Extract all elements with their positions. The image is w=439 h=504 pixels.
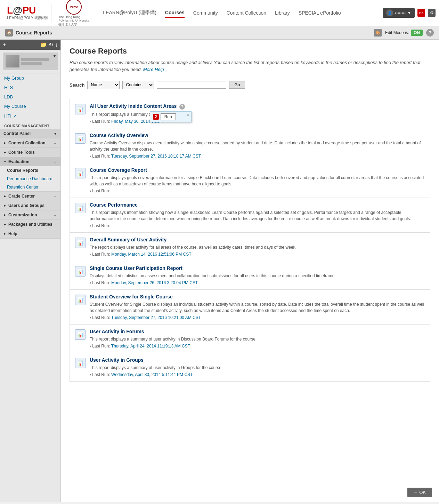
- sidebar-content-collection-expand: →: [54, 141, 57, 145]
- report-title-7[interactable]: User Activity in Forums: [90, 329, 425, 334]
- sidebar-grade-center-expand: →: [54, 194, 57, 198]
- report-desc-8: This report displays a summary of user a…: [90, 365, 425, 371]
- popup-close-icon[interactable]: ✕: [186, 112, 190, 117]
- edit-mode-value[interactable]: ON: [411, 30, 423, 36]
- logo-pu: PU: [22, 5, 36, 16]
- sidebar-item-course-reports[interactable]: Course Reports: [0, 166, 60, 175]
- sidebar-users-groups-header[interactable]: ► Users and Groups: [0, 201, 60, 210]
- report-title-8[interactable]: User Activity in Groups: [90, 357, 425, 363]
- breadcrumb-bar: 🏠 Course Reports 🎨 Edit Mode is: ON ?: [0, 26, 439, 40]
- report-last-run-6: › Last Run: Tuesday, September 27, 2016 …: [90, 315, 425, 320]
- sidebar-content-collection-label: Content Collection: [8, 141, 46, 145]
- report-title-6[interactable]: Student Overview for Single Course: [90, 294, 425, 299]
- breadcrumb-left: 🏠 Course Reports: [5, 29, 52, 37]
- sidebar-course-box: ▼: [3, 53, 58, 70]
- sidebar-packages-expand: →: [54, 223, 57, 226]
- sidebar-hti-link: HTI ↗: [0, 111, 60, 121]
- home-icon[interactable]: 🏠: [5, 29, 13, 37]
- edit-mode-label: Edit Mode is:: [385, 30, 409, 35]
- report-title-3[interactable]: Course Performance: [90, 202, 425, 208]
- report-title-4[interactable]: Overall Summary of User Activity: [90, 237, 425, 242]
- logo-sub: LEARN@POLYU理學網: [7, 15, 48, 21]
- ok-button[interactable]: ← OK: [407, 488, 432, 497]
- sidebar-course-tools-section: ► Course Tools →: [0, 148, 60, 157]
- run-button[interactable]: Run: [161, 113, 176, 120]
- course-info-line2: [21, 62, 42, 65]
- user-dropdown-icon[interactable]: ▼: [407, 11, 411, 15]
- sidebar-course-management-label: COURSE MANAGEMENT: [0, 121, 60, 129]
- sidebar-control-panel-header[interactable]: Control Panel ▼: [0, 129, 60, 138]
- report-desc-2: This report displays goals coverage info…: [90, 175, 425, 187]
- sidebar-grade-center-header[interactable]: ► Grade Center →: [0, 192, 60, 201]
- sidebar-customization-label: Customization: [8, 213, 37, 217]
- color-scheme-icon[interactable]: 🎨: [374, 29, 382, 37]
- sidebar-help-header[interactable]: ► Help: [0, 229, 60, 238]
- sidebar-control-panel-arrow: ▼: [54, 132, 57, 136]
- report-title-1[interactable]: Course Activity Overview: [90, 133, 425, 138]
- sidebar-content-collection-header[interactable]: ► Content Collection →: [0, 138, 60, 147]
- user-name: ••••••••: [395, 11, 406, 15]
- report-content-6: Student Overview for Single Course Stude…: [90, 294, 425, 320]
- polyu-logo: PolyU The Hong KongPolytechnic Universit…: [58, 0, 89, 27]
- sidebar-sort-btn[interactable]: ↕: [55, 41, 58, 48]
- search-go-button[interactable]: Go: [229, 81, 245, 89]
- sidebar-item-hti[interactable]: HTI ↗: [4, 113, 56, 119]
- sidebar-customization-header[interactable]: ► Customization →: [0, 210, 60, 219]
- sidebar-toolbar-actions: 📁 ↻ ↕: [40, 41, 58, 48]
- nav-library[interactable]: Library: [275, 8, 290, 17]
- report-help-icon-0[interactable]: ?: [179, 104, 185, 110]
- sidebar-course-tools-label: Course Tools: [8, 150, 35, 155]
- report-last-run-4: › Last Run: Monday, March 14, 2016 12:51…: [90, 252, 425, 257]
- sidebar-help-arrow: ►: [3, 232, 7, 235]
- sidebar-course-tools-header[interactable]: ► Course Tools →: [0, 148, 60, 157]
- sidebar-item-performance-dashboard[interactable]: Performance Dashboard: [0, 175, 60, 183]
- sidebar-grade-center-arrow: ►: [3, 194, 7, 198]
- report-desc-6: Student Overview for Single Course displ…: [90, 301, 425, 314]
- sidebar-evaluation-expand: →: [54, 160, 57, 164]
- sidebar-item-hls[interactable]: HLS: [0, 83, 60, 92]
- popup-badge: 2: [153, 114, 159, 120]
- search-field-select[interactable]: Name Description: [87, 81, 120, 89]
- run-popup: 2 Run ✕: [150, 111, 192, 122]
- report-title-0[interactable]: All User Activity inside Content Areas ?: [90, 103, 425, 110]
- sidebar-content-collection-section: ► Content Collection →: [0, 138, 60, 148]
- nav-eportfolio[interactable]: SPECIAL ePortfolio: [299, 8, 341, 17]
- sidebar-users-groups-section: ► Users and Groups: [0, 201, 60, 210]
- search-condition-select[interactable]: Contains Starts With: [122, 81, 154, 89]
- report-last-run-7: › Last Run: Thursday, April 24, 2014 11:…: [90, 344, 425, 349]
- report-title-5[interactable]: Single Course User Participation Report: [90, 265, 425, 271]
- course-info-text: [21, 58, 49, 65]
- sidebar-course-tools-arrow: ►: [3, 151, 7, 154]
- sidebar-item-ldb[interactable]: LDB: [0, 92, 60, 102]
- report-row-2: 📊 Course Coverage Report This report dis…: [70, 163, 430, 198]
- course-expand-icon[interactable]: ▼: [52, 54, 57, 58]
- nav-community[interactable]: Community: [193, 8, 218, 17]
- sidebar-item-my-course[interactable]: My Course: [0, 102, 60, 111]
- sidebar-folder-btn[interactable]: 📁: [40, 41, 47, 48]
- report-content-4: Overall Summary of User Activity The rep…: [90, 237, 425, 257]
- sidebar-toolbar: + 📁 ↻ ↕: [0, 40, 60, 50]
- sidebar-help-label: Help: [8, 231, 17, 236]
- user-icon: 👤: [386, 9, 393, 16]
- report-row-8: 📊 User Activity in Groups This report di…: [70, 353, 430, 382]
- sidebar-evaluation-arrow: ▼: [3, 160, 7, 163]
- nav-content-collection[interactable]: Content Collection: [227, 8, 266, 17]
- nav-courses[interactable]: Courses: [165, 8, 185, 18]
- settings-icon[interactable]: ⚙: [428, 9, 436, 17]
- report-row-7: 📊 User Activity in Forums This report di…: [70, 324, 430, 353]
- sidebar-refresh-btn[interactable]: ↻: [49, 41, 53, 48]
- sidebar-item-my-group[interactable]: My Group: [0, 73, 60, 83]
- report-content-2: Course Coverage Report This report displ…: [90, 167, 425, 193]
- sidebar-evaluation-header[interactable]: ▼ Evaluation →: [0, 157, 60, 166]
- more-help-link[interactable]: More Help: [143, 67, 164, 72]
- sidebar-packages-header[interactable]: ► Packages and Utilities →: [0, 220, 60, 229]
- search-input[interactable]: [157, 81, 226, 89]
- sidebar-add-btn[interactable]: +: [3, 42, 6, 48]
- help-btn[interactable]: ?: [426, 29, 434, 37]
- nav-learn[interactable]: LEARN@PolyU (理學網): [103, 8, 156, 18]
- report-title-2[interactable]: Course Coverage Report: [90, 167, 425, 173]
- sidebar-item-retention-center[interactable]: Retention Center: [0, 183, 60, 191]
- report-icon-3: 📊: [75, 203, 86, 213]
- sidebar-users-groups-label: Users and Groups: [8, 203, 44, 208]
- report-content-7: User Activity in Forums This report disp…: [90, 329, 425, 349]
